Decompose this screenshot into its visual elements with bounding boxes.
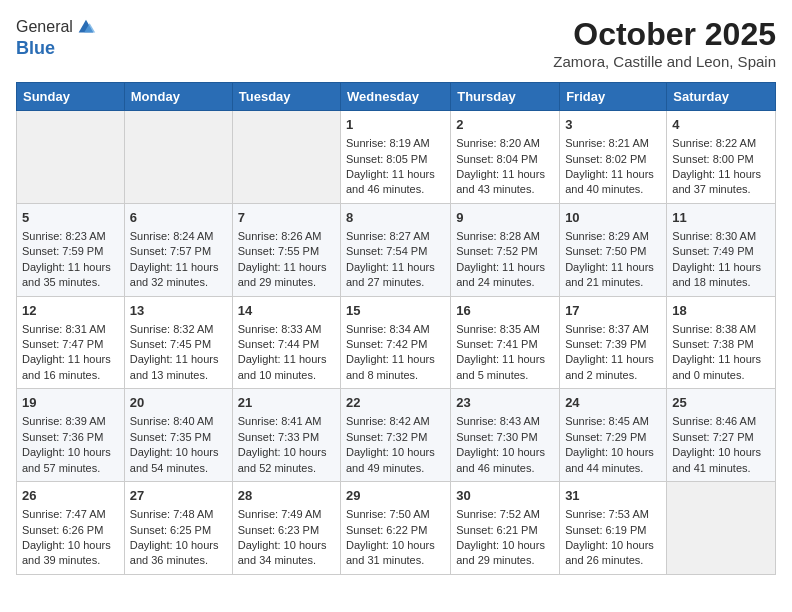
daylight-text: Daylight: 11 hours and 46 minutes. [346, 167, 445, 198]
calendar-cell: 19Sunrise: 8:39 AMSunset: 7:36 PMDayligh… [17, 389, 125, 482]
sunset-text: Sunset: 8:00 PM [672, 152, 770, 167]
day-number: 12 [22, 302, 119, 320]
sunrise-text: Sunrise: 8:43 AM [456, 414, 554, 429]
daylight-text: Daylight: 11 hours and 8 minutes. [346, 352, 445, 383]
day-number: 11 [672, 209, 770, 227]
title-block: October 2025 Zamora, Castille and Leon, … [553, 16, 776, 70]
day-number: 25 [672, 394, 770, 412]
day-number: 14 [238, 302, 335, 320]
sunrise-text: Sunrise: 8:21 AM [565, 136, 661, 151]
sunset-text: Sunset: 6:21 PM [456, 523, 554, 538]
sunrise-text: Sunrise: 8:46 AM [672, 414, 770, 429]
sunset-text: Sunset: 7:59 PM [22, 244, 119, 259]
sunrise-text: Sunrise: 7:50 AM [346, 507, 445, 522]
calendar-cell: 10Sunrise: 8:29 AMSunset: 7:50 PMDayligh… [560, 203, 667, 296]
day-number: 30 [456, 487, 554, 505]
sunrise-text: Sunrise: 8:31 AM [22, 322, 119, 337]
calendar-cell: 11Sunrise: 8:30 AMSunset: 7:49 PMDayligh… [667, 203, 776, 296]
sunrise-text: Sunrise: 8:23 AM [22, 229, 119, 244]
month-title: October 2025 [553, 16, 776, 53]
day-number: 28 [238, 487, 335, 505]
calendar-cell: 18Sunrise: 8:38 AMSunset: 7:38 PMDayligh… [667, 296, 776, 389]
sunset-text: Sunset: 7:45 PM [130, 337, 227, 352]
calendar-week-row: 19Sunrise: 8:39 AMSunset: 7:36 PMDayligh… [17, 389, 776, 482]
day-number: 15 [346, 302, 445, 320]
daylight-text: Daylight: 11 hours and 29 minutes. [238, 260, 335, 291]
sunrise-text: Sunrise: 8:33 AM [238, 322, 335, 337]
calendar-cell: 29Sunrise: 7:50 AMSunset: 6:22 PMDayligh… [341, 482, 451, 575]
day-number: 23 [456, 394, 554, 412]
calendar-cell: 5Sunrise: 8:23 AMSunset: 7:59 PMDaylight… [17, 203, 125, 296]
sunrise-text: Sunrise: 7:49 AM [238, 507, 335, 522]
calendar-cell: 27Sunrise: 7:48 AMSunset: 6:25 PMDayligh… [124, 482, 232, 575]
daylight-text: Daylight: 10 hours and 29 minutes. [456, 538, 554, 569]
weekday-header-sunday: Sunday [17, 83, 125, 111]
sunrise-text: Sunrise: 7:48 AM [130, 507, 227, 522]
calendar-cell: 25Sunrise: 8:46 AMSunset: 7:27 PMDayligh… [667, 389, 776, 482]
day-number: 26 [22, 487, 119, 505]
sunset-text: Sunset: 7:41 PM [456, 337, 554, 352]
daylight-text: Daylight: 10 hours and 34 minutes. [238, 538, 335, 569]
calendar-cell: 17Sunrise: 8:37 AMSunset: 7:39 PMDayligh… [560, 296, 667, 389]
sunset-text: Sunset: 7:29 PM [565, 430, 661, 445]
calendar-week-row: 1Sunrise: 8:19 AMSunset: 8:05 PMDaylight… [17, 111, 776, 204]
calendar-cell [667, 482, 776, 575]
calendar-cell: 2Sunrise: 8:20 AMSunset: 8:04 PMDaylight… [451, 111, 560, 204]
day-number: 1 [346, 116, 445, 134]
sunrise-text: Sunrise: 8:26 AM [238, 229, 335, 244]
logo-general: General [16, 18, 73, 36]
daylight-text: Daylight: 11 hours and 21 minutes. [565, 260, 661, 291]
weekday-header-friday: Friday [560, 83, 667, 111]
sunrise-text: Sunrise: 7:47 AM [22, 507, 119, 522]
sunset-text: Sunset: 6:25 PM [130, 523, 227, 538]
calendar-cell: 4Sunrise: 8:22 AMSunset: 8:00 PMDaylight… [667, 111, 776, 204]
daylight-text: Daylight: 11 hours and 24 minutes. [456, 260, 554, 291]
sunset-text: Sunset: 6:22 PM [346, 523, 445, 538]
daylight-text: Daylight: 10 hours and 44 minutes. [565, 445, 661, 476]
daylight-text: Daylight: 11 hours and 2 minutes. [565, 352, 661, 383]
sunrise-text: Sunrise: 8:29 AM [565, 229, 661, 244]
sunrise-text: Sunrise: 8:32 AM [130, 322, 227, 337]
weekday-header-saturday: Saturday [667, 83, 776, 111]
sunset-text: Sunset: 6:19 PM [565, 523, 661, 538]
day-number: 5 [22, 209, 119, 227]
daylight-text: Daylight: 11 hours and 18 minutes. [672, 260, 770, 291]
daylight-text: Daylight: 11 hours and 13 minutes. [130, 352, 227, 383]
day-number: 6 [130, 209, 227, 227]
calendar-cell: 20Sunrise: 8:40 AMSunset: 7:35 PMDayligh… [124, 389, 232, 482]
sunset-text: Sunset: 7:39 PM [565, 337, 661, 352]
calendar-cell [17, 111, 125, 204]
daylight-text: Daylight: 11 hours and 43 minutes. [456, 167, 554, 198]
sunrise-text: Sunrise: 8:19 AM [346, 136, 445, 151]
sunset-text: Sunset: 8:05 PM [346, 152, 445, 167]
sunrise-text: Sunrise: 8:42 AM [346, 414, 445, 429]
calendar-cell [232, 111, 340, 204]
sunset-text: Sunset: 7:42 PM [346, 337, 445, 352]
calendar-table: SundayMondayTuesdayWednesdayThursdayFrid… [16, 82, 776, 575]
logo-icon [75, 16, 97, 38]
sunset-text: Sunset: 7:52 PM [456, 244, 554, 259]
weekday-header-monday: Monday [124, 83, 232, 111]
sunrise-text: Sunrise: 8:34 AM [346, 322, 445, 337]
sunrise-text: Sunrise: 8:27 AM [346, 229, 445, 244]
day-number: 27 [130, 487, 227, 505]
calendar-cell: 14Sunrise: 8:33 AMSunset: 7:44 PMDayligh… [232, 296, 340, 389]
day-number: 22 [346, 394, 445, 412]
calendar-cell: 1Sunrise: 8:19 AMSunset: 8:05 PMDaylight… [341, 111, 451, 204]
daylight-text: Daylight: 11 hours and 0 minutes. [672, 352, 770, 383]
sunset-text: Sunset: 7:50 PM [565, 244, 661, 259]
calendar-week-row: 26Sunrise: 7:47 AMSunset: 6:26 PMDayligh… [17, 482, 776, 575]
sunrise-text: Sunrise: 8:22 AM [672, 136, 770, 151]
daylight-text: Daylight: 11 hours and 10 minutes. [238, 352, 335, 383]
sunset-text: Sunset: 8:04 PM [456, 152, 554, 167]
calendar-cell: 7Sunrise: 8:26 AMSunset: 7:55 PMDaylight… [232, 203, 340, 296]
day-number: 19 [22, 394, 119, 412]
logo-blue: Blue [16, 38, 97, 59]
sunset-text: Sunset: 7:44 PM [238, 337, 335, 352]
calendar-cell: 8Sunrise: 8:27 AMSunset: 7:54 PMDaylight… [341, 203, 451, 296]
daylight-text: Daylight: 10 hours and 26 minutes. [565, 538, 661, 569]
day-number: 21 [238, 394, 335, 412]
sunrise-text: Sunrise: 8:35 AM [456, 322, 554, 337]
sunset-text: Sunset: 7:38 PM [672, 337, 770, 352]
sunrise-text: Sunrise: 8:38 AM [672, 322, 770, 337]
